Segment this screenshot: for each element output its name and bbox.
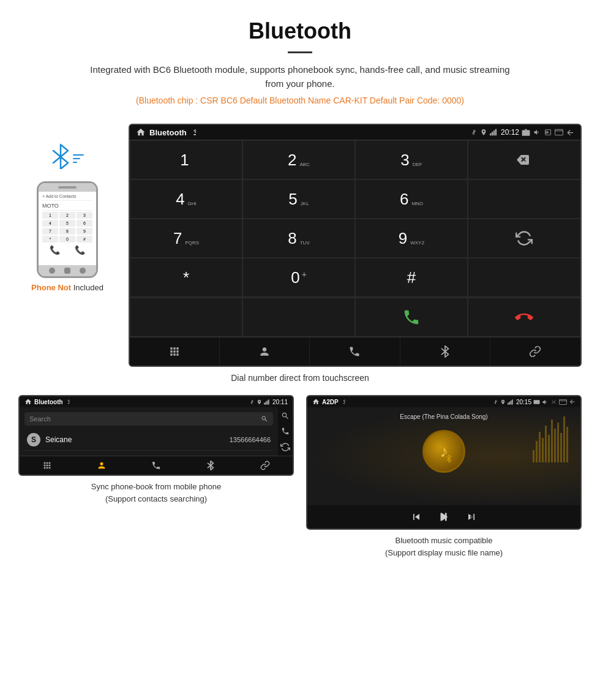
status-bt-label: Bluetooth	[149, 128, 187, 137]
music-controls	[307, 505, 580, 529]
music-prev-icon[interactable]	[410, 511, 422, 523]
pb-btn-link[interactable]	[238, 460, 293, 471]
phonebook-entry-seicane[interactable]: S Seicane 13566664466	[24, 429, 273, 451]
phone-home-btn	[64, 268, 70, 274]
music-vol-icon	[542, 399, 549, 405]
dial-key-1[interactable]: 1	[130, 140, 242, 179]
music-visualizer	[533, 413, 568, 462]
svg-rect-1	[492, 132, 493, 135]
svg-rect-8	[264, 402, 265, 404]
pb-btn-phone[interactable]	[129, 460, 183, 471]
dial-key-5[interactable]: 5JKL	[242, 179, 355, 219]
header-specs: (Bluetooth chip : CSR BC6 Default Blueto…	[12, 96, 588, 105]
svg-rect-11	[268, 399, 269, 404]
pb-btn-bt[interactable]	[184, 460, 238, 471]
pb-time: 20:11	[272, 399, 288, 405]
pb-usb-icon	[66, 399, 72, 405]
camera-icon	[522, 129, 530, 136]
dial-btn-link[interactable]	[490, 337, 580, 366]
dial-red-call[interactable]	[468, 298, 580, 337]
pb-bottom-row	[20, 456, 293, 475]
dial-btn-apps[interactable]	[130, 337, 220, 366]
window-icon	[555, 129, 563, 136]
svg-rect-9	[265, 402, 266, 405]
music-playpause-icon[interactable]	[437, 510, 451, 524]
phonebook-screen: Bluetooth 20:11 Search	[18, 395, 294, 476]
bluetooth-wave	[51, 142, 70, 171]
dial-btn-contacts[interactable]	[220, 337, 310, 366]
phonebook-search-bar[interactable]: Search	[24, 412, 273, 426]
status-right: 20:12	[470, 128, 574, 137]
dial-key-0[interactable]: 0+	[242, 258, 355, 297]
dial-key-8[interactable]: 8TUV	[242, 219, 355, 258]
music-screen: A2DP 20:15	[306, 395, 582, 530]
call-start-icon	[402, 308, 421, 326]
dial-cell-refresh[interactable]	[468, 219, 580, 258]
music-next-icon[interactable]	[465, 511, 478, 523]
dial-key-7[interactable]: 7PQRS	[130, 219, 242, 258]
music-a2dp-label: A2DP	[322, 399, 339, 405]
bottom-screenshots: Bluetooth 20:11 Search	[0, 395, 600, 559]
phone-not-included-label: Phone Not Included	[31, 283, 103, 292]
bluetooth-icon	[51, 142, 70, 169]
svg-rect-23	[445, 513, 447, 521]
dial-green-call[interactable]	[355, 298, 468, 337]
volume-icon	[533, 129, 541, 136]
phonebook-content: Search S Seicane 13566664466	[20, 407, 278, 456]
phone-menu-btn	[80, 268, 86, 274]
dial-key-4[interactable]: 4GHI	[130, 179, 242, 219]
dial-key-hash[interactable]: #	[355, 258, 468, 297]
music-close-icon	[550, 399, 557, 405]
dial-btn-bluetooth[interactable]	[400, 337, 490, 366]
bt-status-icon	[470, 129, 478, 136]
pb-loc-icon	[257, 399, 262, 405]
car-dial-screen: Bluetooth 20:12	[129, 124, 582, 367]
dial-btn-phone[interactable]	[310, 337, 400, 366]
pb-btn-apps[interactable]	[20, 460, 74, 471]
pb-home-icon	[24, 398, 32, 405]
pb-side-search-icon[interactable]	[281, 412, 290, 420]
phone-illustration: + Add to Contacts MOTO 123 456 789 *0# 📞…	[18, 124, 116, 292]
entry-number: 13566664466	[230, 436, 271, 443]
pb-signal-icon	[264, 399, 271, 405]
svg-rect-20	[560, 399, 567, 404]
pb-btn-person[interactable]	[74, 460, 129, 471]
music-status-left: A2DP	[312, 398, 347, 405]
link-icon	[529, 345, 541, 358]
dial-cell-backspace[interactable]	[468, 140, 580, 179]
dial-key-star[interactable]: *	[130, 258, 242, 297]
dial-key-3[interactable]: 3DEF	[355, 140, 468, 179]
dial-key-9[interactable]: 9WXYZ	[355, 219, 468, 258]
usb-icon	[190, 128, 199, 137]
dial-screen-container: Bluetooth 20:12	[129, 124, 582, 367]
phone-top-bar	[39, 183, 96, 192]
dial-cell-empty-4	[468, 258, 580, 297]
phone-icon	[348, 345, 361, 358]
phonebook-side-icons	[278, 407, 293, 456]
dial-key-6[interactable]: 6MNO	[355, 179, 468, 219]
pb-side-phone-icon[interactable]	[281, 427, 290, 435]
phone-back-btn	[49, 268, 55, 274]
dial-key-2[interactable]: 2ABC	[242, 140, 355, 179]
pb-side-refresh-icon[interactable]	[280, 442, 290, 452]
svg-rect-6	[555, 129, 563, 135]
close-status-icon	[544, 129, 552, 136]
backspace-icon	[516, 154, 533, 166]
svg-rect-4	[522, 130, 530, 136]
search-icon	[261, 415, 268, 423]
music-caption: Bluetooth music compatible (Support disp…	[385, 535, 503, 559]
music-usb-icon	[341, 399, 347, 405]
phone-bottom-bar	[39, 265, 96, 276]
signal-waves	[73, 154, 84, 163]
album-bt-icon	[444, 454, 453, 462]
phonebook-item: Bluetooth 20:11 Search	[18, 395, 294, 559]
pb-bt-bottom-icon	[206, 460, 215, 471]
phone-keypad: 123 456 789 *0#	[42, 212, 92, 243]
music-window-icon	[559, 399, 567, 405]
dial-cell-empty-5	[130, 298, 242, 337]
music-status-bar: A2DP 20:15	[307, 396, 580, 407]
svg-rect-0	[490, 134, 491, 136]
header-description: Integrated with BC6 Bluetooth module, su…	[86, 63, 514, 91]
phonebook-status-bar: Bluetooth 20:11	[20, 396, 293, 407]
music-album-art: ♪	[422, 430, 465, 473]
